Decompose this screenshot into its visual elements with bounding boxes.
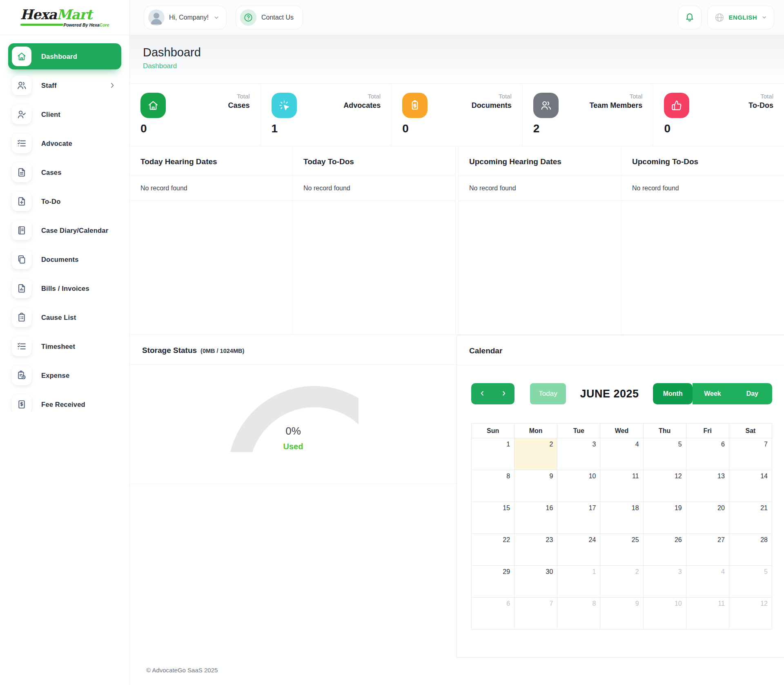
sidebar-item-fee-received[interactable]: Fee Received <box>8 391 121 412</box>
calendar-day-cell[interactable]: 11 <box>600 470 643 502</box>
calendar-month-label: JUNE 2025 <box>566 388 653 400</box>
calendar-day-cell[interactable]: 6 <box>686 438 729 470</box>
calendar-day-cell[interactable]: 16 <box>514 502 557 534</box>
sidebar-item-dashboard[interactable]: Dashboard <box>8 43 121 69</box>
calendar-day-cell[interactable]: 25 <box>600 534 643 566</box>
calendar-day-cell[interactable]: 19 <box>643 502 686 534</box>
calendar-day-cell[interactable]: 20 <box>686 502 729 534</box>
app-root: HexaMart Powered By HexaCore Hi, Company… <box>0 0 784 685</box>
bell-icon <box>684 11 695 24</box>
language-selector[interactable]: ENGLISH <box>707 6 774 29</box>
calendar-view-day-button[interactable]: Day <box>733 383 772 404</box>
calendar-weekday-sun: Sun <box>472 424 514 438</box>
sidebar-item-client[interactable]: Client <box>8 101 121 127</box>
language-label: ENGLISH <box>729 14 757 21</box>
calendar-next-button[interactable] <box>493 383 514 404</box>
sidebar-item-cases[interactable]: Cases <box>8 159 121 185</box>
calendar-week-row: 293012345 <box>472 566 772 598</box>
calendar-day-cell[interactable]: 26 <box>643 534 686 566</box>
user-menu-button[interactable]: Hi, Company! <box>144 6 227 29</box>
journal-icon <box>12 221 31 240</box>
page-header: Dashboard Dashboard <box>130 35 784 83</box>
sidebar-item-to-do[interactable]: To-Do <box>8 188 121 214</box>
calendar-view-week-button[interactable]: Week <box>693 383 732 404</box>
calendar-day-cell[interactable]: 29 <box>472 566 514 598</box>
user-check-icon <box>12 105 31 124</box>
panel-title: Upcoming To-Dos <box>632 157 698 166</box>
calendar-day-cell[interactable]: 24 <box>557 534 600 566</box>
sidebar-item-case-diary-calendar[interactable]: Case Diary/Calendar <box>8 217 121 243</box>
calendar-view-month-button[interactable]: Month <box>653 383 693 404</box>
calendar-day-cell[interactable]: 2 <box>600 566 643 598</box>
calendar-day-cell[interactable]: 23 <box>514 534 557 566</box>
sidebar-item-cause-list[interactable]: Cause List <box>8 304 121 330</box>
calendar-day-cell[interactable]: 17 <box>557 502 600 534</box>
calendar-day-cell[interactable]: 1 <box>472 438 514 470</box>
calendar-panel: Calendar <box>457 335 784 658</box>
calendar-day-cell[interactable]: 2 <box>514 438 557 470</box>
calendar-today-button[interactable]: Today <box>530 383 566 404</box>
calendar-day-cell[interactable]: 4 <box>686 566 729 598</box>
panel-divider-gap <box>455 146 459 335</box>
stat-card-cases: TotalCases0 <box>130 84 261 146</box>
sidebar-item-advocate[interactable]: Advocate <box>8 130 121 156</box>
app-logo[interactable]: HexaMart Powered By HexaCore <box>20 8 109 27</box>
user-greeting: Hi, Company! <box>169 14 209 21</box>
storage-status-title: Storage Status <box>142 346 197 355</box>
topbar: HexaMart Powered By HexaCore Hi, Company… <box>0 0 784 35</box>
calendar-day-cell[interactable]: 22 <box>472 534 514 566</box>
users-icon <box>533 93 559 118</box>
calendar-day-cell[interactable]: 4 <box>600 438 643 470</box>
calendar-day-cell[interactable]: 5 <box>643 438 686 470</box>
calendar-day-cell[interactable]: 21 <box>729 502 772 534</box>
calendar-day-cell[interactable]: 1 <box>557 566 600 598</box>
storage-status-panel: Storage Status (0MB / 1024MB) 0% Used <box>130 335 457 484</box>
calendar-day-cell[interactable]: 9 <box>514 470 557 502</box>
sidebar-item-label: Bills / Invoices <box>41 285 89 292</box>
logo-wordmark: HexaMart <box>20 8 109 21</box>
notifications-button[interactable] <box>678 6 702 29</box>
calendar-day-cell[interactable]: 10 <box>643 598 686 629</box>
sidebar-item-label: Documents <box>41 256 79 263</box>
calendar-day-cell[interactable]: 12 <box>729 598 772 629</box>
sidebar-item-timesheet[interactable]: Timesheet <box>8 333 121 359</box>
receipt-icon <box>12 395 31 412</box>
copyright-text: © AdvocateGo SaaS 2025 <box>146 667 218 674</box>
calendar-week-row: 6789101112 <box>472 598 772 629</box>
calendar-day-cell[interactable]: 3 <box>643 566 686 598</box>
calendar-day-cell[interactable]: 10 <box>557 470 600 502</box>
calendar-day-cell[interactable]: 14 <box>729 470 772 502</box>
sidebar-item-documents[interactable]: Documents <box>8 246 121 272</box>
calendar-day-cell[interactable]: 28 <box>729 534 772 566</box>
calendar-day-cell[interactable]: 15 <box>472 502 514 534</box>
calendar-day-cell[interactable]: 12 <box>643 470 686 502</box>
stat-card-meta: TotalTo-Dos <box>748 93 773 110</box>
calendar-day-cell[interactable]: 13 <box>686 470 729 502</box>
calendar-week-row: 1234567 <box>472 438 772 470</box>
logo-underline-row: Powered By HexaCore <box>20 22 109 27</box>
calendar-day-cell[interactable]: 6 <box>472 598 514 629</box>
contact-us-button[interactable]: Contact Us <box>236 6 303 29</box>
calendar-day-cell[interactable]: 7 <box>514 598 557 629</box>
sidebar-item-staff[interactable]: Staff <box>8 72 121 98</box>
sidebar-item-bills-invoices[interactable]: Bills / Invoices <box>8 275 121 301</box>
breadcrumb[interactable]: Dashboard <box>143 62 177 70</box>
calendar-header: Calendar <box>457 335 784 365</box>
calendar-day-cell[interactable]: 5 <box>729 566 772 598</box>
calendar-day-cell[interactable]: 3 <box>557 438 600 470</box>
help-icon <box>240 9 256 26</box>
calendar-day-cell[interactable]: 9 <box>600 598 643 629</box>
calendar-day-cell[interactable]: 7 <box>729 438 772 470</box>
calendar-day-cell[interactable]: 18 <box>600 502 643 534</box>
calendar-day-cell[interactable]: 27 <box>686 534 729 566</box>
calendar-day-cell[interactable]: 8 <box>472 470 514 502</box>
file-plus-icon <box>12 192 31 211</box>
sidebar-item-label: Timesheet <box>41 343 75 350</box>
calendar-prev-button[interactable] <box>471 383 493 404</box>
stat-total-label: Total <box>472 93 512 100</box>
sidebar-item-label: Cause List <box>41 314 76 321</box>
calendar-day-cell[interactable]: 8 <box>557 598 600 629</box>
calendar-day-cell[interactable]: 30 <box>514 566 557 598</box>
calendar-day-cell[interactable]: 11 <box>686 598 729 629</box>
sidebar-item-expense[interactable]: Expense <box>8 362 121 388</box>
